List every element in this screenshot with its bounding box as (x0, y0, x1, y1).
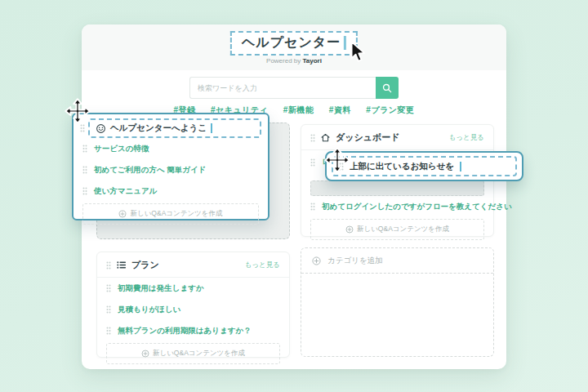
drag-handle-icon[interactable] (106, 261, 111, 270)
qa-item-editor[interactable]: 上部に出ているお知らせを (332, 156, 517, 176)
category-header: プラン もっと見る (97, 252, 289, 277)
drag-handle-icon[interactable] (106, 305, 111, 314)
item-drop-placeholder (310, 180, 484, 196)
brand-name: Tayori (303, 57, 322, 65)
qa-item[interactable]: 初めてご利用の方へ 簡単ガイド (74, 159, 268, 180)
category-card-welcome-dragging[interactable]: ヘルプセンターへようこ サービスの特徴 初めてご利用の方へ 簡単ガイド (72, 113, 270, 220)
list-icon (116, 260, 127, 270)
qa-item[interactable]: 初めてログインしたのですがフローを教えてください (301, 196, 493, 217)
drag-handle-icon[interactable] (82, 145, 87, 153)
drag-handle-icon[interactable] (106, 284, 111, 292)
tag-link[interactable]: #プラン変更 (366, 105, 414, 116)
plus-circle-icon (141, 350, 149, 358)
add-category-button[interactable]: カテゴリを追加 (301, 248, 493, 274)
text-caret (211, 123, 212, 133)
drag-handle-icon[interactable] (82, 166, 87, 174)
add-qa-content-button[interactable]: 新しいQ&Aコンテンツを作成 (106, 343, 280, 364)
page-header: ヘルプセンター Powered by Tayori (82, 24, 506, 70)
category-title: ダッシュボード (336, 131, 444, 144)
add-category-area: カテゴリを追加 (301, 247, 494, 357)
qa-item-label: サービスの特徴 (94, 144, 149, 154)
plus-circle-icon (118, 210, 127, 218)
category-title: ヘルプセンターへようこ (110, 122, 207, 134)
category-header: ヘルプセンターへようこ (74, 114, 268, 138)
qa-item-label: 無料プランの利用期限はありますか？ (118, 326, 252, 336)
qa-item[interactable]: 見積もりがほしい (97, 299, 289, 320)
category-title: プラン (131, 259, 240, 271)
plus-circle-icon (345, 225, 354, 234)
text-caret (344, 36, 346, 50)
page-background: ヘルプセンター Powered by Tayori #登録 #セキ (0, 0, 588, 392)
category-title-editor[interactable]: ヘルプセンターへようこ (88, 118, 261, 138)
text-caret (460, 162, 461, 172)
drag-handle-icon[interactable] (310, 203, 315, 211)
drag-handle-icon[interactable] (310, 134, 315, 142)
search-icon (382, 83, 392, 93)
home-icon (320, 132, 331, 143)
page-title-editor[interactable]: ヘルプセンター (230, 31, 358, 56)
add-qa-content-button[interactable]: 新しいQ&Aコンテンツを作成 (310, 219, 484, 240)
qa-item-label: 初期費用は発生しますか (118, 283, 204, 294)
smiley-icon (96, 123, 106, 134)
page-title: ヘルプセンター (242, 34, 341, 51)
search-button[interactable] (376, 77, 399, 99)
qa-item-label: 見積もりがほしい (118, 305, 180, 315)
drag-handle-icon[interactable] (82, 187, 87, 195)
qa-item-label: 初めてご利用の方へ 簡単ガイド (94, 165, 206, 176)
tag-link[interactable]: #新機能 (283, 105, 314, 116)
qa-item[interactable]: 使い方マニュアル (74, 180, 268, 202)
qa-item-label: 上部に出ているお知らせを (350, 161, 454, 172)
see-more-link[interactable]: もっと見る (449, 133, 484, 143)
add-qa-content-button[interactable]: 新しいQ&Aコンテンツを作成 (82, 203, 259, 225)
drag-handle-icon[interactable] (80, 124, 85, 132)
qa-item[interactable]: 無料プランの利用期限はありますか？ (97, 320, 289, 341)
drag-handle-icon[interactable] (339, 163, 344, 171)
qa-item-dragging[interactable]: 上部に出ているお知らせを (325, 151, 523, 181)
category-card-plan: プラン もっと見る 初期費用は発生しますか (96, 252, 290, 358)
drag-handle-icon[interactable] (310, 158, 315, 167)
qa-item-label: 使い方マニュアル (94, 186, 157, 197)
drag-handle-icon[interactable] (106, 327, 111, 335)
powered-by: Powered by Tayori (82, 57, 506, 65)
qa-item[interactable]: サービスの特徴 (74, 138, 268, 159)
search-bar (189, 77, 399, 99)
see-more-link[interactable]: もっと見る (245, 261, 280, 270)
qa-item[interactable]: 初期費用は発生しますか (97, 278, 289, 299)
search-input[interactable] (189, 77, 376, 99)
tag-link[interactable]: #資料 (329, 105, 351, 116)
qa-item-label: 初めてログインしたのですがフローを教えてください (322, 202, 512, 212)
plus-circle-icon (312, 256, 321, 265)
category-header: ダッシュボード もっと見る (301, 125, 493, 149)
